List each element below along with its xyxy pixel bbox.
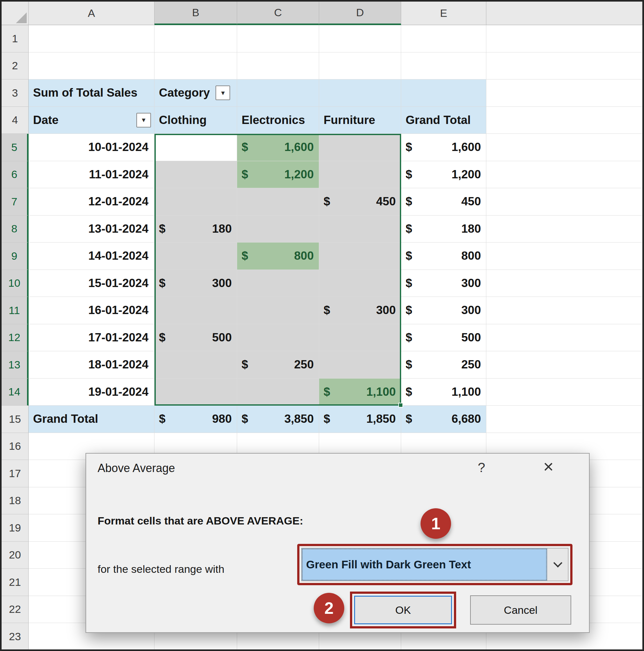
- cell-D1[interactable]: [319, 25, 401, 53]
- cell-C14[interactable]: [237, 379, 319, 406]
- help-button[interactable]: ?: [478, 460, 485, 475]
- row-header-20[interactable]: 20: [2, 541, 29, 569]
- cell-C13[interactable]: $250: [237, 351, 319, 379]
- row-header-23[interactable]: 23: [2, 623, 29, 650]
- cell-B10[interactable]: $300: [154, 270, 237, 297]
- cell-E3[interactable]: [401, 80, 486, 107]
- date-filter-button[interactable]: ▼: [136, 113, 151, 127]
- row-header-5[interactable]: 5: [2, 134, 29, 161]
- cell-C4[interactable]: Electronics: [237, 107, 319, 134]
- cell-F4[interactable]: [486, 107, 642, 134]
- cell-F8[interactable]: [486, 216, 642, 243]
- cell-B14[interactable]: [154, 379, 237, 406]
- row-header-22[interactable]: 22: [2, 596, 29, 623]
- cell-A12[interactable]: 17-01-2024: [29, 324, 154, 351]
- row-header-18[interactable]: 18: [2, 487, 29, 515]
- cell-A4[interactable]: Date▼: [29, 107, 154, 134]
- close-icon[interactable]: ×: [543, 456, 554, 477]
- ok-button[interactable]: OK: [354, 596, 452, 624]
- column-header-E[interactable]: E: [401, 2, 486, 25]
- cell-B5[interactable]: [154, 134, 237, 161]
- cell-B6[interactable]: [154, 161, 237, 188]
- cell-C5[interactable]: $1,600: [237, 134, 319, 161]
- row-header-10[interactable]: 10: [2, 270, 29, 297]
- cell-C1[interactable]: [237, 25, 319, 53]
- cell-F12[interactable]: [486, 324, 642, 351]
- row-header-1[interactable]: 1: [2, 25, 29, 53]
- column-header-B[interactable]: B: [154, 2, 237, 25]
- cell-B2[interactable]: [154, 53, 237, 80]
- cell-E7[interactable]: $450: [401, 188, 486, 216]
- row-header-14[interactable]: 14: [2, 379, 29, 406]
- cell-B1[interactable]: [154, 25, 237, 53]
- cell-A8[interactable]: 13-01-2024: [29, 216, 154, 243]
- cell-D2[interactable]: [319, 53, 401, 80]
- cell-D15[interactable]: $1,850: [319, 406, 401, 433]
- cell-A11[interactable]: 16-01-2024: [29, 297, 154, 324]
- cell-C15[interactable]: $3,850: [237, 406, 319, 433]
- cell-C3[interactable]: [237, 80, 319, 107]
- cell-F2[interactable]: [486, 53, 642, 80]
- cell-D12[interactable]: [319, 324, 401, 351]
- cell-D5[interactable]: [319, 134, 401, 161]
- cell-E5[interactable]: $1,600: [401, 134, 486, 161]
- cell-F6[interactable]: [486, 161, 642, 188]
- cell-A10[interactable]: 15-01-2024: [29, 270, 154, 297]
- row-header-3[interactable]: 3: [2, 80, 29, 107]
- row-header-12[interactable]: 12: [2, 324, 29, 351]
- cell-E4[interactable]: Grand Total: [401, 107, 486, 134]
- cell-A1[interactable]: [29, 25, 154, 53]
- cell-A13[interactable]: 18-01-2024: [29, 351, 154, 379]
- row-header-2[interactable]: 2: [2, 53, 29, 80]
- cell-E12[interactable]: $500: [401, 324, 486, 351]
- cell-D4[interactable]: Furniture: [319, 107, 401, 134]
- cell-A2[interactable]: [29, 53, 154, 80]
- cell-B9[interactable]: [154, 243, 237, 270]
- cell-D11[interactable]: $300: [319, 297, 401, 324]
- cell-C12[interactable]: [237, 324, 319, 351]
- cell-B8[interactable]: $180: [154, 216, 237, 243]
- cell-D8[interactable]: [319, 216, 401, 243]
- row-header-9[interactable]: 9: [2, 243, 29, 270]
- row-header-13[interactable]: 13: [2, 351, 29, 379]
- cell-C10[interactable]: [237, 270, 319, 297]
- cell-C8[interactable]: [237, 216, 319, 243]
- cell-E14[interactable]: $1,100: [401, 379, 486, 406]
- row-header-17[interactable]: 17: [2, 460, 29, 487]
- cell-E10[interactable]: $300: [401, 270, 486, 297]
- cell-A5[interactable]: 10-01-2024: [29, 134, 154, 161]
- select-all-button[interactable]: [2, 2, 29, 25]
- row-header-21[interactable]: 21: [2, 569, 29, 596]
- cell-E13[interactable]: $250: [401, 351, 486, 379]
- row-header-6[interactable]: 6: [2, 161, 29, 188]
- cell-E15[interactable]: $6,680: [401, 406, 486, 433]
- cell-A3[interactable]: Sum of Total Sales: [29, 80, 154, 107]
- cell-E8[interactable]: $180: [401, 216, 486, 243]
- row-header-8[interactable]: 8: [2, 216, 29, 243]
- combobox-dropdown-button[interactable]: [547, 548, 568, 581]
- cell-F7[interactable]: [486, 188, 642, 216]
- row-header-4[interactable]: 4: [2, 107, 29, 134]
- format-style-combobox[interactable]: Green Fill with Dark Green Text: [301, 548, 569, 581]
- cell-C2[interactable]: [237, 53, 319, 80]
- cell-A14[interactable]: 19-01-2024: [29, 379, 154, 406]
- row-header-7[interactable]: 7: [2, 188, 29, 216]
- cell-B4[interactable]: Clothing: [154, 107, 237, 134]
- cell-B11[interactable]: [154, 297, 237, 324]
- column-header-D[interactable]: D: [319, 2, 401, 25]
- cell-A9[interactable]: 14-01-2024: [29, 243, 154, 270]
- cell-E1[interactable]: [401, 25, 486, 53]
- cell-A7[interactable]: 12-01-2024: [29, 188, 154, 216]
- cell-C7[interactable]: [237, 188, 319, 216]
- cell-B13[interactable]: [154, 351, 237, 379]
- category-filter-button[interactable]: ▼: [216, 86, 230, 100]
- cell-E2[interactable]: [401, 53, 486, 80]
- cell-E11[interactable]: $300: [401, 297, 486, 324]
- row-header-19[interactable]: 19: [2, 514, 29, 541]
- cancel-button[interactable]: Cancel: [470, 595, 571, 625]
- cell-F15[interactable]: [486, 406, 642, 433]
- cell-D9[interactable]: [319, 243, 401, 270]
- row-header-11[interactable]: 11: [2, 297, 29, 324]
- cell-D7[interactable]: $450: [319, 188, 401, 216]
- cell-C11[interactable]: [237, 297, 319, 324]
